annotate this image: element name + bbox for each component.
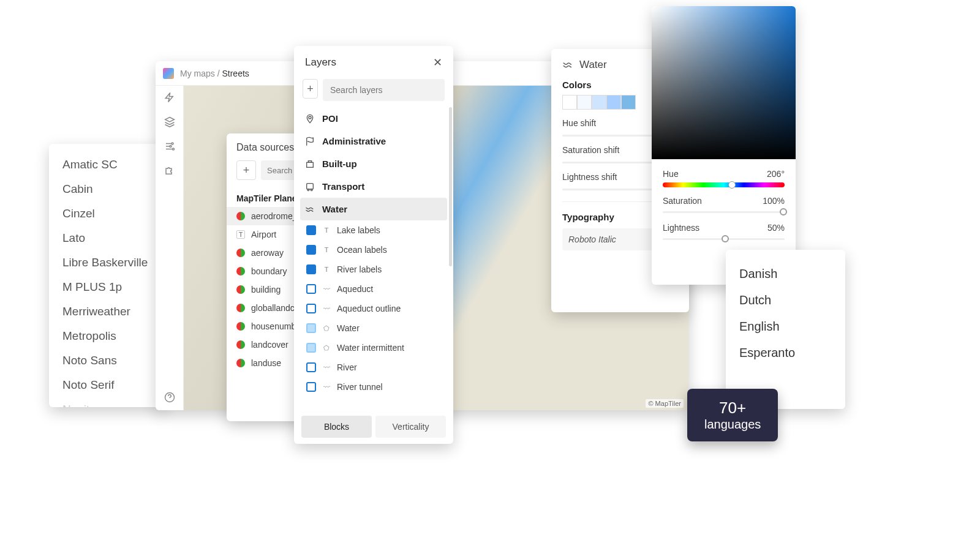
water-icon: [305, 204, 315, 214]
font-item[interactable]: Metropolis: [62, 324, 152, 348]
layer-group-label: Administrative: [322, 136, 386, 146]
hue-slider[interactable]: [663, 182, 785, 187]
layers-icon[interactable]: [164, 116, 175, 127]
layer-label: River labels: [337, 264, 382, 274]
scrollbar[interactable]: [449, 107, 452, 266]
add-layer-button[interactable]: +: [303, 79, 318, 99]
layer-checkbox[interactable]: [306, 362, 316, 372]
layer-checkbox[interactable]: [306, 284, 316, 294]
svg-point-0: [172, 143, 173, 144]
layer-checkbox[interactable]: [306, 382, 316, 392]
layer-label: Aqueduct outline: [337, 304, 401, 313]
layer-item[interactable]: TLake labels: [300, 220, 447, 240]
layer-group-label: Built-up: [322, 159, 357, 169]
color-swatch[interactable]: [562, 95, 577, 110]
layer-group-administrative[interactable]: Administrative: [300, 130, 447, 152]
source-color-icon: [236, 359, 245, 367]
breadcrumb-parent[interactable]: My maps: [180, 69, 215, 78]
font-item[interactable]: Lato: [62, 226, 152, 250]
layer-type-icon: 〰: [322, 383, 331, 391]
source-color-icon: [236, 212, 245, 220]
lightness-thumb[interactable]: [722, 235, 729, 242]
tab-blocks[interactable]: Blocks: [301, 416, 372, 438]
layer-checkbox[interactable]: [306, 264, 316, 274]
help-icon[interactable]: [164, 392, 175, 403]
style-title: Water: [579, 59, 607, 71]
layer-type-icon: 〰: [322, 304, 331, 313]
layer-type-icon: 〰: [322, 363, 331, 372]
source-color-icon: [236, 285, 245, 294]
layer-item[interactable]: TRiver labels: [300, 260, 447, 279]
font-item[interactable]: Noto Sans: [62, 348, 152, 373]
language-item[interactable]: English: [739, 313, 832, 340]
bolt-icon[interactable]: [164, 92, 175, 103]
layer-item[interactable]: 〰River: [300, 358, 447, 377]
color-swatch[interactable]: [577, 95, 592, 110]
add-source-button[interactable]: +: [236, 160, 256, 180]
svg-point-1: [170, 146, 172, 148]
font-item[interactable]: Amatic SC: [62, 152, 152, 177]
lightness-label: Lightness: [663, 223, 699, 233]
layer-group-transport[interactable]: Transport: [300, 175, 447, 198]
breadcrumb[interactable]: My maps / Streets: [180, 69, 249, 78]
layer-checkbox[interactable]: [306, 245, 316, 255]
language-item[interactable]: Dutch: [739, 287, 832, 313]
tab-verticality[interactable]: Verticality: [375, 416, 446, 438]
map-attribution: © MapTiler: [646, 399, 684, 408]
font-item[interactable]: Libre Baskerville: [62, 250, 152, 275]
color-swatch[interactable]: [592, 95, 606, 110]
layer-item[interactable]: 〰Aqueduct outline: [300, 299, 447, 318]
hue-value: 206°: [767, 169, 785, 179]
layer-item[interactable]: TOcean labels: [300, 240, 447, 260]
layer-item[interactable]: 〰Aqueduct: [300, 279, 447, 299]
layer-checkbox[interactable]: [306, 304, 316, 313]
layer-checkbox[interactable]: [306, 343, 316, 353]
font-item[interactable]: M PLUS 1p: [62, 275, 152, 299]
svg-point-8: [307, 189, 309, 191]
language-item[interactable]: Esperanto: [739, 340, 832, 366]
search-layers-input[interactable]: [323, 79, 445, 101]
water-icon: [562, 59, 573, 70]
font-item[interactable]: Cabin: [62, 177, 152, 201]
layer-item[interactable]: 〰River tunnel: [300, 377, 447, 397]
layer-checkbox[interactable]: [306, 323, 316, 333]
layers-title: Layers: [305, 56, 336, 69]
puzzle-icon[interactable]: [164, 165, 175, 176]
left-rail: [156, 86, 184, 410]
building-icon: [305, 159, 315, 169]
color-swatch[interactable]: [621, 95, 636, 110]
font-item[interactable]: Merriweather: [62, 299, 152, 324]
saturation-slider[interactable]: [663, 209, 785, 216]
layers-panel: Layers ✕ + POIAdministrativeBuilt-upTran…: [294, 46, 453, 444]
sliders-icon[interactable]: [164, 141, 175, 152]
breadcrumb-current[interactable]: Streets: [222, 69, 249, 78]
color-gradient-field[interactable]: [652, 6, 796, 159]
font-item[interactable]: Noto Serif: [62, 373, 152, 397]
layer-item[interactable]: ⬠Water intermittent: [300, 338, 447, 358]
hue-thumb[interactable]: [728, 181, 736, 189]
saturation-value: 100%: [763, 196, 785, 206]
color-picker-panel: Hue206° Saturation100% Lightness50%: [652, 6, 796, 285]
saturation-thumb[interactable]: [780, 208, 787, 216]
lightness-value: 50%: [767, 223, 785, 233]
layer-item[interactable]: ⬠Water: [300, 318, 447, 338]
lightness-slider[interactable]: [663, 236, 785, 242]
close-icon[interactable]: ✕: [433, 56, 442, 69]
layer-group-water[interactable]: Water: [300, 198, 447, 220]
font-item[interactable]: Cinzel: [62, 201, 152, 226]
data-source-label: landcover: [251, 340, 288, 350]
color-swatch[interactable]: [606, 95, 621, 110]
svg-rect-5: [307, 162, 314, 167]
data-source-label: building: [251, 285, 281, 294]
layer-group-poi[interactable]: POI: [300, 107, 447, 130]
flag-icon: [305, 137, 315, 146]
layer-group-label: POI: [322, 113, 338, 124]
language-item[interactable]: Danish: [739, 261, 832, 287]
layer-group-built-up[interactable]: Built-up: [300, 152, 447, 175]
svg-point-2: [172, 148, 174, 150]
layer-checkbox[interactable]: [306, 225, 316, 235]
bus-icon: [305, 182, 315, 192]
app-logo[interactable]: [163, 68, 174, 79]
layer-type-icon: ⬠: [322, 324, 331, 332]
font-item[interactable]: Nunito: [62, 397, 152, 407]
